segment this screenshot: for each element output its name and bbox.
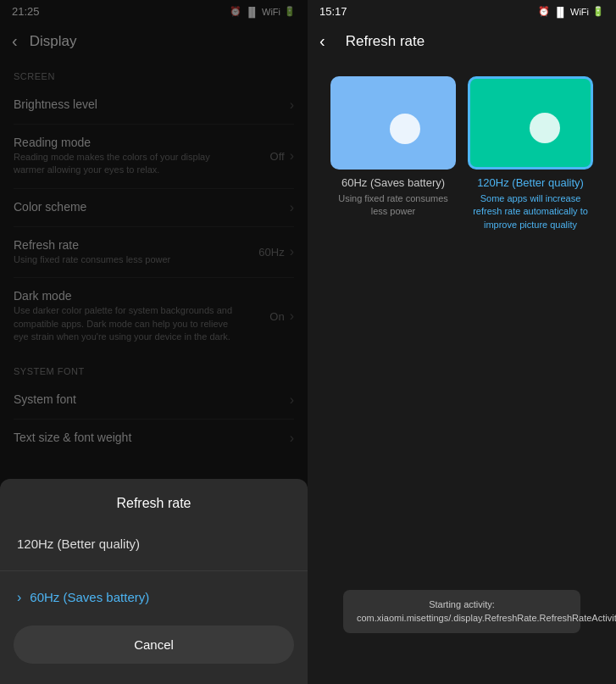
- sheet-option-60hz[interactable]: › 60Hz (Saves battery): [0, 578, 308, 617]
- refresh-card-60hz-image: [330, 76, 456, 170]
- right-wifi-icon: WiFi: [570, 7, 589, 17]
- sheet-60hz-label: 60Hz (Saves battery): [30, 590, 149, 604]
- right-nav-title: Refresh rate: [346, 33, 425, 50]
- right-nav-bar: ‹ Refresh rate: [308, 23, 616, 59]
- refresh-card-60hz[interactable]: 60Hz (Saves battery) Using fixed rate co…: [330, 76, 456, 231]
- refresh-card-120hz-desc: Some apps will increase refresh rate aut…: [471, 192, 590, 231]
- refresh-rate-options: 60Hz (Saves battery) Using fixed rate co…: [308, 59, 616, 248]
- sheet-divider: [0, 570, 308, 571]
- toast-message: Starting activity: com.xiaomi.misettings…: [343, 590, 580, 633]
- refresh-card-60hz-desc: Using fixed rate consumes less power: [334, 192, 452, 219]
- selected-check-icon: ›: [17, 590, 21, 605]
- sheet-cancel-button[interactable]: Cancel: [14, 626, 294, 664]
- right-signal-icon: ▐▌: [553, 7, 567, 17]
- sheet-120hz-label: 120Hz (Better quality): [17, 537, 140, 551]
- refresh-rate-bottom-sheet: Refresh rate 120Hz (Better quality) › 60…: [0, 479, 308, 684]
- right-back-button[interactable]: ‹: [319, 31, 325, 51]
- refresh-card-120hz-image: [468, 76, 593, 170]
- left-panel: 21:25 ⏰ ▐▌ WiFi 🔋 ‹ Display SCREEN Brigh…: [0, 0, 308, 684]
- refresh-card-120hz[interactable]: 120Hz (Better quality) Some apps will in…: [468, 76, 593, 231]
- right-panel: 15:17 ⏰ ▐▌ WiFi 🔋 ‹ Refresh rate 60Hz (S…: [308, 0, 616, 684]
- bottom-sheet-overlay: Refresh rate 120Hz (Better quality) › 60…: [0, 0, 308, 684]
- sheet-option-120hz[interactable]: 120Hz (Better quality): [0, 525, 308, 564]
- right-status-time: 15:17: [319, 5, 347, 18]
- card-dot-60hz: [390, 114, 420, 144]
- right-battery-icon: 🔋: [592, 6, 604, 17]
- right-status-icons: ⏰ ▐▌ WiFi 🔋: [538, 6, 604, 17]
- right-status-bar: 15:17 ⏰ ▐▌ WiFi 🔋: [308, 0, 616, 23]
- sheet-title: Refresh rate: [0, 496, 308, 511]
- card-dot-120hz: [530, 113, 560, 143]
- refresh-card-120hz-title: 120Hz (Better quality): [477, 176, 584, 189]
- right-alarm-icon: ⏰: [538, 6, 550, 17]
- refresh-card-60hz-title: 60Hz (Saves battery): [341, 176, 445, 189]
